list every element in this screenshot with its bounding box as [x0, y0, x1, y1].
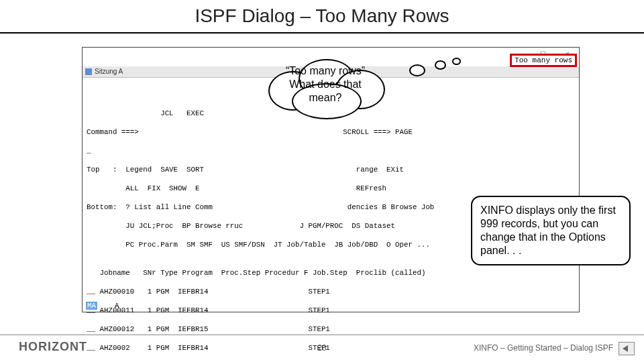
table-row: __ AHZ00011 1 PGM IEFBR14 STEP1	[87, 306, 575, 315]
term-line: Top : Legend SAVE SORT range EXit	[87, 165, 575, 174]
term-line: _	[87, 146, 575, 156]
cloud-line: “Too many rows”	[262, 64, 389, 78]
thought-callout: “Too many rows” What does that mean?	[262, 58, 389, 118]
cloud-line: What does that	[262, 78, 389, 91]
session-icon	[85, 68, 92, 75]
cloud-tail-dot	[409, 64, 425, 76]
term-line: Command ===> SCROLL ===> PAGE	[87, 127, 575, 137]
status-indicator: MA A	[86, 302, 119, 310]
term-line: ALL FIX SHOW E REFresh	[87, 184, 575, 193]
info-callout: XINFO displays only the first 999 record…	[471, 196, 631, 265]
slide-title: ISPF Dialog – Too Many Rows	[0, 5, 644, 27]
table-row: __ AHZ00010 1 PGM IEFBR14 STEP1	[87, 287, 575, 296]
term-columns: Jobname SNr Type Program Proc.Step Proce…	[87, 268, 575, 278]
title-rule	[0, 32, 644, 34]
prev-slide-icon[interactable]	[619, 342, 635, 355]
table-row: __ AHZ00012 1 PGM IEFBR15 STEP1	[87, 324, 575, 334]
cloud-line: mean?	[262, 91, 389, 105]
footer-caption: XINFO – Getting Started – Dialog ISPF	[474, 343, 613, 353]
error-highlight: Too many rows	[510, 54, 577, 67]
footer-rule	[0, 335, 644, 335]
session-label: Sitzung A	[95, 67, 123, 76]
cloud-tail-dot	[452, 58, 461, 65]
cloud-tail-dot	[435, 60, 446, 70]
